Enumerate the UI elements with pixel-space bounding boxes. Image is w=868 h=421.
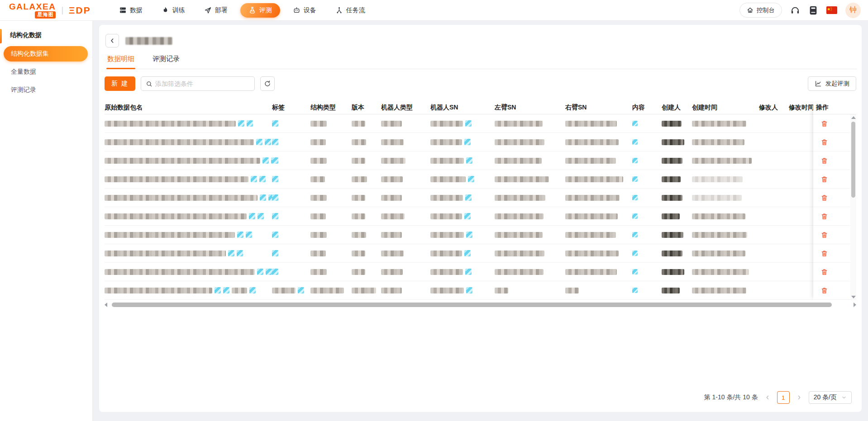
language-button[interactable] (826, 6, 837, 14)
redacted-text (662, 176, 681, 182)
redacted-text (430, 121, 463, 127)
cell-creator (662, 213, 692, 219)
column-header-creator: 创建人 (662, 104, 692, 112)
cell-content (632, 251, 662, 256)
operation-cell (813, 133, 850, 151)
launch-evaluation-button[interactable]: 发起评测 (808, 76, 856, 91)
redacted-text (352, 158, 365, 164)
nav-item-workflow[interactable]: 任务流 (329, 3, 372, 18)
page-number-button[interactable]: 1 (777, 391, 790, 404)
redacted-text (105, 213, 247, 219)
delete-button[interactable] (820, 231, 828, 239)
sidebar-item-structured-dataset[interactable]: 结构化数据集 (4, 46, 88, 61)
delete-button[interactable] (820, 157, 828, 165)
nav-item-label: 部署 (215, 6, 228, 14)
cell-created-at (692, 269, 759, 275)
delete-button[interactable] (820, 268, 828, 276)
delete-button[interactable] (820, 287, 828, 294)
redacted-tag-chip (465, 120, 472, 127)
cell-created-at (692, 139, 759, 145)
docs-button[interactable] (808, 5, 818, 15)
nav-item-data[interactable]: 数据 (113, 3, 149, 18)
new-button[interactable]: 新 建 (105, 76, 135, 91)
redacted-text (381, 121, 402, 127)
redacted-text (565, 176, 623, 182)
redacted-tag-chip (272, 194, 278, 201)
cell-version (352, 195, 381, 201)
headset-icon (790, 5, 800, 15)
support-button[interactable] (790, 5, 800, 15)
cell-version (352, 269, 381, 275)
nav-item-label: 训练 (172, 6, 185, 14)
redacted-text (310, 121, 327, 127)
redacted-text (692, 158, 752, 164)
redacted-text (310, 232, 327, 238)
delete-button[interactable] (820, 250, 828, 257)
delete-button[interactable] (820, 194, 828, 202)
navbar-right: 控制台 钟 (739, 3, 861, 18)
vertical-scrollbar[interactable] (850, 114, 856, 300)
scroll-down-arrow[interactable] (851, 296, 856, 298)
cell-creator (662, 195, 692, 201)
user-avatar[interactable]: 钟 (845, 3, 861, 18)
delete-button[interactable] (820, 213, 828, 220)
horizontal-scroll-thumb[interactable] (112, 303, 832, 307)
scroll-left-arrow[interactable] (105, 303, 107, 307)
filter-search-input[interactable] (155, 80, 250, 87)
delete-button[interactable] (820, 138, 828, 146)
next-page-button[interactable] (795, 393, 803, 402)
redacted-text (495, 195, 545, 201)
nav-item-evaluate[interactable]: 评测 (240, 3, 280, 18)
tab-data-detail[interactable]: 数据明细 (106, 55, 135, 69)
cell-created-at (692, 232, 759, 238)
redacted-tag-chip (262, 157, 269, 164)
back-button[interactable] (105, 34, 119, 47)
galaxea-logo: GALAXEA 星海图 (9, 2, 56, 19)
prev-page-button[interactable] (763, 393, 772, 402)
redacted-text (662, 269, 684, 275)
redacted-text (692, 121, 746, 127)
scroll-up-arrow[interactable] (851, 116, 856, 119)
redacted-text (692, 251, 745, 256)
delete-button[interactable] (820, 120, 828, 128)
sidebar-section-label: 结构化数据 (10, 31, 42, 38)
redacted-text (662, 251, 682, 256)
delete-button[interactable] (820, 175, 828, 183)
sidebar-section-structured-data[interactable]: 结构化数据 (0, 27, 92, 43)
column-header-version: 版本 (352, 104, 381, 112)
nav-item-deploy[interactable]: 部署 (198, 3, 234, 18)
cell-creator (662, 288, 692, 293)
horizontal-scroll-track[interactable] (110, 303, 851, 307)
sidebar-item-evaluation-records[interactable]: 评测记录 (4, 82, 88, 98)
redacted-tag-chip (466, 157, 472, 164)
console-button[interactable]: 控制台 (739, 3, 782, 18)
redacted-tag-chip (468, 176, 474, 182)
cell-right-arm-sn (565, 158, 632, 164)
nav-item-device[interactable]: 设备 (286, 3, 323, 18)
page-size-select[interactable]: 20 条/页 (809, 391, 852, 404)
scroll-right-arrow[interactable] (854, 303, 856, 307)
sidebar-item-full-data[interactable]: 全量数据 (4, 64, 88, 80)
vertical-scroll-thumb[interactable] (851, 122, 855, 198)
redacted-text (495, 232, 543, 238)
filter-search[interactable] (141, 76, 255, 91)
cell-right-arm-sn (565, 269, 632, 275)
active-section-indicator (0, 29, 2, 43)
nav-item-training[interactable]: 训练 (155, 3, 191, 18)
china-flag-icon (826, 6, 837, 14)
page-header (105, 34, 857, 47)
trash-icon (820, 231, 828, 239)
cell-content (632, 176, 662, 182)
redacted-tag-chip (272, 120, 278, 127)
brand-logo[interactable]: GALAXEA 星海图 | ΞDP (9, 2, 91, 19)
cell-left-arm-sn (495, 232, 565, 238)
redacted-text (662, 213, 680, 219)
refresh-button[interactable] (260, 76, 275, 91)
tab-evaluation-records[interactable]: 评测记录 (152, 55, 181, 69)
cell-left-arm-sn (495, 251, 565, 256)
workflow-icon (335, 6, 343, 14)
horizontal-scrollbar[interactable] (105, 302, 856, 308)
cell-robot-sn (430, 176, 495, 182)
redacted-tag-chip (260, 194, 266, 201)
cell-robot-sn (430, 194, 495, 201)
